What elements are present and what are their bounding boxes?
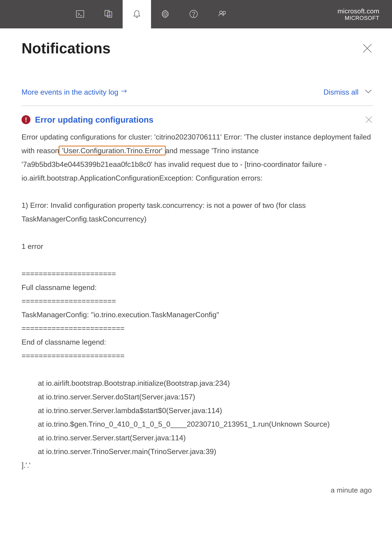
help-icon bbox=[189, 9, 199, 19]
error-icon: ! bbox=[22, 115, 30, 124]
directory-filter-button[interactable] bbox=[94, 0, 123, 28]
global-header: microsoft.com MICROSOFT bbox=[0, 0, 392, 28]
svg-point-7 bbox=[219, 11, 222, 14]
notifications-button[interactable] bbox=[123, 0, 151, 28]
chevron-down-icon bbox=[364, 86, 373, 97]
notification-title[interactable]: Error updating configurations bbox=[35, 115, 360, 124]
dismiss-all-link[interactable]: Dismiss all bbox=[324, 88, 358, 96]
close-icon bbox=[362, 52, 373, 54]
panel-header: Notifications bbox=[22, 40, 373, 57]
notification-header: ! Error updating configurations bbox=[22, 115, 373, 124]
panel-action-row: More events in the activity log Dismiss … bbox=[22, 87, 373, 106]
gear-icon bbox=[160, 9, 170, 19]
notifications-panel: Notifications More events in the activit… bbox=[0, 28, 392, 494]
notification-timestamp: a minute ago bbox=[22, 486, 373, 494]
notification-body: Error updating configurations for cluste… bbox=[22, 130, 373, 472]
account-org: MICROSOFT bbox=[345, 15, 379, 21]
notification-item: ! Error updating configurations Error up… bbox=[22, 115, 373, 494]
svg-point-4 bbox=[164, 12, 167, 15]
directory-filter-icon bbox=[104, 9, 113, 19]
error-reason-highlight: 'User.Configuration.Trino.Error' bbox=[59, 146, 166, 155]
account-info[interactable]: microsoft.com MICROSOFT bbox=[337, 0, 392, 28]
cloud-shell-button[interactable] bbox=[66, 0, 94, 28]
cloud-shell-icon bbox=[75, 9, 85, 19]
svg-point-6 bbox=[193, 16, 194, 17]
activity-log-link-label: More events in the activity log bbox=[22, 88, 118, 96]
collapse-all-button[interactable] bbox=[364, 87, 373, 97]
close-icon bbox=[365, 122, 373, 124]
account-domain: microsoft.com bbox=[337, 7, 379, 15]
notification-body-post: and message 'Trino instance '7a9b5bd3b4e… bbox=[22, 147, 330, 469]
settings-button[interactable] bbox=[151, 0, 179, 28]
feedback-button[interactable] bbox=[208, 0, 236, 28]
activity-log-link[interactable]: More events in the activity log bbox=[22, 88, 128, 96]
help-button[interactable] bbox=[179, 0, 208, 28]
close-panel-button[interactable] bbox=[362, 43, 373, 54]
bell-icon bbox=[132, 9, 142, 19]
svg-rect-0 bbox=[76, 11, 84, 17]
arrow-right-icon bbox=[120, 88, 128, 96]
panel-title: Notifications bbox=[22, 40, 362, 57]
dismiss-notification-button[interactable] bbox=[365, 115, 373, 124]
feedback-icon bbox=[217, 9, 227, 19]
svg-rect-2 bbox=[105, 10, 109, 16]
